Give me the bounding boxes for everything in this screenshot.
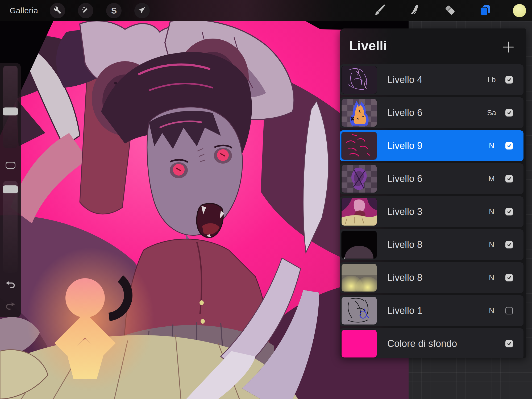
layer-visibility-checkbox[interactable]	[505, 109, 513, 117]
layer-thumbnail[interactable]	[342, 132, 377, 160]
brush-size-handle[interactable]	[3, 107, 18, 115]
layer-row[interactable]: Livello 6 M	[340, 163, 523, 194]
layers-icon	[478, 3, 492, 18]
adjustments-button[interactable]	[78, 3, 93, 18]
layer-visibility-checkbox[interactable]	[505, 274, 513, 281]
undo-button[interactable]	[5, 281, 16, 290]
color-swatch[interactable]	[513, 4, 526, 17]
layer-thumbnail[interactable]	[342, 165, 377, 193]
layer-row[interactable]: Livello 4 Lb	[340, 64, 523, 95]
layer-visibility-checkbox[interactable]	[505, 142, 513, 149]
transform-button[interactable]	[134, 3, 150, 18]
brush-tool-button[interactable]	[372, 3, 387, 18]
top-toolbar: Galleria S	[0, 0, 532, 21]
layer-thumbnail[interactable]	[342, 231, 377, 259]
modify-button[interactable]	[6, 162, 15, 169]
plus-icon	[501, 50, 515, 55]
layer-row[interactable]: Livello 9 N	[340, 130, 523, 161]
layer-name: Livello 8	[387, 239, 422, 250]
layer-row[interactable]: Livello 1 N	[340, 295, 523, 326]
redo-icon	[5, 308, 16, 312]
adjustments-wand-icon	[82, 6, 90, 15]
procreate-app: Galleria S	[0, 0, 532, 399]
layer-name: Livello 6	[387, 173, 422, 184]
layers-panel-header: Livelli	[340, 28, 526, 64]
layer-row[interactable]: Livello 8 N	[340, 229, 523, 260]
brush-size-slider[interactable]	[3, 66, 18, 148]
smudge-tool-button[interactable]	[408, 3, 422, 18]
blend-mode-badge[interactable]: Sa	[484, 109, 500, 117]
layer-row[interactable]: Livello 6 Sa	[340, 97, 523, 128]
layer-visibility-checkbox[interactable]	[505, 76, 513, 84]
brush-sidebar	[0, 63, 21, 317]
layers-panel-title: Livelli	[349, 38, 387, 53]
layer-visibility-checkbox[interactable]	[505, 307, 513, 314]
eraser-icon	[443, 3, 457, 18]
layer-visibility-checkbox[interactable]	[505, 175, 513, 182]
layer-visibility-checkbox[interactable]	[505, 340, 513, 347]
blend-mode-badge[interactable]: Lb	[484, 76, 500, 84]
layer-thumbnail[interactable]	[342, 99, 377, 127]
layer-name: Livello 4	[387, 74, 422, 85]
blend-mode-badge[interactable]: M	[484, 174, 500, 183]
layer-thumbnail[interactable]	[342, 264, 377, 292]
blend-mode-badge[interactable]: N	[484, 273, 500, 282]
actions-wrench-button[interactable]	[50, 3, 65, 18]
layer-name: Livello 3	[387, 206, 422, 217]
layer-name: Livello 1	[387, 305, 422, 316]
layer-name: Livello 9	[387, 140, 422, 151]
blend-mode-badge[interactable]: N	[484, 142, 500, 150]
layer-row[interactable]: Colore di sfondo	[340, 328, 523, 358]
layer-visibility-checkbox[interactable]	[505, 208, 513, 215]
blend-mode-badge[interactable]: N	[484, 306, 500, 315]
smudge-icon	[408, 3, 422, 18]
blend-mode-badge[interactable]: N	[484, 240, 500, 249]
opacity-handle[interactable]	[3, 185, 18, 193]
transform-arrow-icon	[138, 6, 146, 15]
layer-thumbnail[interactable]	[342, 297, 377, 325]
undo-icon	[5, 286, 16, 291]
layer-name: Livello 8	[387, 272, 422, 283]
add-layer-button[interactable]	[501, 40, 515, 54]
gallery-button[interactable]: Galleria	[10, 6, 38, 15]
layer-name: Colore di sfondo	[387, 338, 457, 349]
layers-list: Livello 4 Lb Livello 6 Sa Livello 9 N Li…	[340, 64, 526, 358]
brush-icon	[373, 3, 387, 18]
layer-row[interactable]: Livello 8 N	[340, 262, 523, 293]
selection-s-icon: S	[111, 6, 117, 16]
layers-panel: Livelli Livello 4 Lb Livello 6 Sa Livell…	[340, 28, 526, 358]
layer-thumbnail[interactable]	[342, 66, 377, 94]
eraser-tool-button[interactable]	[443, 3, 458, 18]
layer-thumbnail[interactable]	[342, 198, 377, 226]
selection-button[interactable]: S	[106, 3, 122, 18]
layer-name: Livello 6	[387, 107, 422, 118]
blend-mode-badge[interactable]: N	[484, 207, 500, 216]
layer-thumbnail[interactable]	[342, 330, 377, 358]
wrench-icon	[53, 6, 61, 15]
layers-tool-button[interactable]	[478, 3, 493, 18]
opacity-slider[interactable]	[3, 181, 18, 273]
redo-button[interactable]	[5, 302, 16, 311]
layer-visibility-checkbox[interactable]	[505, 241, 513, 248]
layer-row[interactable]: Livello 3 N	[340, 196, 523, 227]
